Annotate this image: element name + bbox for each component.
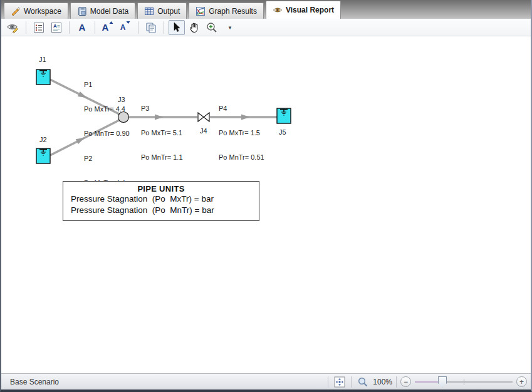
tab-label: Output: [157, 7, 180, 16]
visual-report-toolbar: A A A A: [1, 19, 531, 36]
pipe-max-value: Po MxTr= 4.4: [84, 105, 130, 113]
statusbar-separator: [351, 376, 352, 388]
tab-label: Workspace: [24, 7, 61, 16]
zoom-slider-thumb[interactable]: [438, 376, 447, 388]
pipe-units-legend[interactable]: PIPE UNITS Pressure Stagnation (Po MxTr)…: [63, 181, 259, 221]
pipe-max-value: Po MxTr= 5.1: [141, 129, 183, 137]
zoom-dropdown-button[interactable]: ▾: [221, 20, 237, 35]
table-icon: [144, 6, 154, 16]
zoom-percentage: 100%: [373, 378, 392, 386]
down-caret-icon: [126, 21, 130, 29]
zoom-in-icon: [206, 22, 217, 33]
pipe-label-P4: P4 Po MxTr= 1.5 Po MnTr= 0.51: [219, 88, 264, 178]
statusbar-separator: [328, 376, 328, 388]
tab-output[interactable]: Output: [137, 3, 187, 19]
label-J2: J2: [39, 136, 47, 144]
zoom-in-button[interactable]: +: [516, 376, 527, 387]
statusbar-separator: [396, 376, 397, 388]
app-window: Workspace Model Data Output: [0, 0, 532, 392]
hand-icon: [189, 22, 200, 33]
slider-track[interactable]: [442, 381, 513, 383]
toolbar-separator: [95, 21, 95, 34]
text-display-button[interactable]: A: [48, 20, 65, 35]
zoom-indicator-button[interactable]: [355, 375, 370, 389]
status-bar: Base Scenario 100% −: [1, 373, 531, 389]
pipe-label-P3: P3 Po MxTr= 5.1 Po MnTr= 1.1: [141, 88, 183, 178]
dropdown-caret-icon: ▾: [229, 24, 232, 31]
display-options-button[interactable]: [31, 20, 47, 35]
junction-J2-reservoir[interactable]: [34, 143, 52, 165]
tab-label: Graph Results: [209, 7, 257, 16]
zoom-tool-button[interactable]: [204, 20, 220, 35]
tab-visual-report[interactable]: Visual Report: [266, 1, 341, 19]
svg-text:A: A: [53, 23, 57, 29]
wand-icon: [11, 6, 21, 16]
fit-icon: [334, 376, 345, 388]
zoom-controls: 100% − +: [324, 374, 527, 389]
magnifier-icon: [358, 377, 368, 387]
eye-pencil-icon: [6, 22, 20, 33]
visual-report-control-button[interactable]: [5, 20, 21, 35]
toolbar-separator: [138, 21, 138, 34]
display-options-icon: [33, 22, 44, 33]
font-decrease-icon: A: [120, 24, 126, 31]
junction-J4-valve[interactable]: [198, 113, 209, 121]
legend-title: PIPE UNITS: [63, 184, 259, 193]
legend-line: Pressure Stagnation (Po MxTr) = bar: [63, 193, 259, 205]
up-caret-icon: [109, 21, 113, 29]
pipe-max-value: Po MxTr= 1.5: [219, 129, 264, 137]
tab-graph-results[interactable]: Graph Results: [189, 3, 264, 19]
font-decrease-button[interactable]: A: [117, 20, 133, 35]
fit-to-window-button[interactable]: [332, 375, 347, 389]
toolbar-separator: [164, 21, 164, 34]
toolbar-separator: [69, 21, 70, 34]
select-tool-button[interactable]: [169, 20, 185, 35]
label-J4: J4: [200, 127, 207, 135]
label-J5: J5: [279, 128, 286, 137]
junction-J5-reservoir[interactable]: [275, 103, 293, 125]
plus-icon: +: [519, 378, 524, 386]
tab-workspace[interactable]: Workspace: [4, 3, 68, 19]
scenario-name: Base Scenario: [5, 378, 59, 386]
font-button[interactable]: A: [74, 20, 90, 35]
copy-icon: [145, 22, 157, 33]
legend-line: Pressure Stagnation (Po MnTr) = bar: [63, 205, 259, 216]
pipe-min-value: Po MnTr= 1.1: [141, 153, 183, 162]
pipe-id: P2: [84, 155, 130, 163]
pipe-id: P4: [219, 105, 264, 113]
notebook-icon: [77, 6, 87, 16]
font-icon: A: [79, 23, 86, 32]
tab-label: Visual Report: [286, 6, 334, 14]
chart-icon: [196, 6, 206, 16]
copy-button[interactable]: [143, 20, 159, 35]
tab-model-data[interactable]: Model Data: [70, 3, 135, 19]
junction-J1-reservoir[interactable]: [34, 64, 52, 86]
pipe-min-value: Po MnTr= 0.90: [84, 130, 130, 138]
font-increase-icon: A: [102, 23, 109, 32]
font-increase-button[interactable]: A: [100, 20, 116, 35]
cursor-icon: [172, 22, 181, 33]
pipe-id: P3: [141, 105, 183, 113]
toolbar-separator: [26, 21, 26, 34]
slider-center-tick: [464, 379, 464, 385]
visual-report-canvas[interactable]: J1 J2 J3 J4 J5 P1 Po MxTr= 4.4 Po MnTr= …: [1, 36, 531, 373]
label-J1: J1: [39, 56, 46, 64]
eye-icon: [273, 5, 283, 15]
tab-bar: Workspace Model Data Output: [1, 0, 531, 19]
zoom-out-button[interactable]: −: [400, 376, 411, 387]
zoom-slider[interactable]: [415, 375, 513, 389]
tab-label: Model Data: [90, 7, 128, 16]
pipe-min-value: Po MnTr= 0.51: [219, 153, 264, 162]
text-page-icon: A: [51, 22, 62, 33]
pipe-id: P1: [84, 81, 130, 89]
minus-icon: −: [404, 378, 408, 386]
pan-tool-button[interactable]: [186, 20, 202, 35]
